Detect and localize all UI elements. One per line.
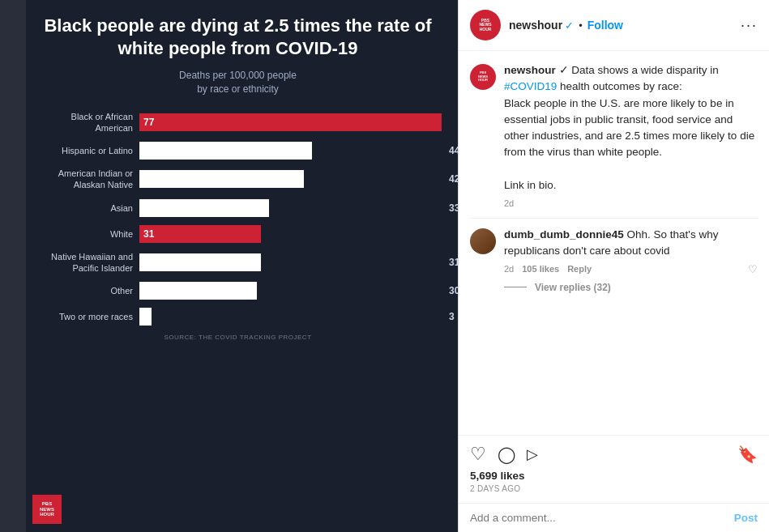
commenter-avatar — [470, 228, 496, 254]
comment-actions: 2d 105 likes Reply ♡ — [504, 263, 758, 275]
divider — [470, 218, 758, 219]
actions-bar: ♡ ◯ ▷ 🔖 5,699 likes 2 DAYS AGO — [459, 435, 769, 503]
follow-button[interactable]: Follow — [587, 19, 623, 32]
bar-fill — [139, 199, 269, 217]
header-username: newshour — [509, 19, 562, 32]
caption-verified: ✓ — [559, 64, 572, 76]
header-separator: • — [579, 19, 583, 32]
bar-row: Black or African American77 — [34, 111, 442, 134]
comment-input[interactable] — [470, 512, 734, 524]
like-icon[interactable]: ♡ — [470, 444, 486, 465]
comment-input-row: Post — [459, 503, 769, 532]
bar-row: White31 — [34, 225, 442, 243]
bar-row: American Indian or Alaskan Native42 — [34, 168, 442, 191]
bar-track: 31 — [139, 225, 442, 243]
reply-button[interactable]: Reply — [567, 264, 592, 274]
bar-fill: 77 — [139, 113, 442, 131]
bar-label: Asian — [34, 202, 139, 214]
bar-value: 44 — [449, 145, 458, 156]
bar-fill — [139, 282, 257, 300]
chart-panel: Black people are dying at 2.5 times the … — [0, 0, 458, 532]
bar-label: Hispanic or Latino — [34, 145, 139, 156]
share-icon[interactable]: ▷ — [527, 445, 538, 463]
bar-track: 30 — [139, 282, 442, 300]
comment-time: 2d — [504, 264, 514, 274]
bar-value: 31 — [449, 257, 458, 268]
comment-like-icon[interactable]: ♡ — [748, 263, 758, 275]
pbs-logo-bottom: PBSNEWSHOUR — [32, 495, 62, 524]
bar-fill: 31 — [139, 225, 261, 243]
comment-section: dumb_dumb_donnie45 Ohh. So that's why re… — [470, 227, 758, 275]
bar-track: 77 — [139, 113, 442, 131]
bar-label: Black or African American — [34, 111, 139, 134]
bar-track: 31 — [139, 253, 442, 271]
bar-fill — [139, 253, 261, 271]
bar-value: 3 — [449, 311, 455, 322]
bar-fill — [139, 170, 304, 188]
post-caption-text: newshour ✓ Data shows a wide disparity i… — [504, 62, 758, 194]
header-verified-icon: ✓ — [565, 19, 574, 32]
bar-fill — [139, 308, 152, 326]
post-date: 2 DAYS AGO — [470, 484, 758, 493]
bar-value: 42 — [449, 173, 458, 185]
more-options-button[interactable]: ··· — [741, 17, 758, 34]
post-body: PBSNEWSHOUR newshour ✓ Data shows a wide… — [459, 51, 769, 435]
post-header: PBSNEWSHOUR newshour ✓ • Follow ··· — [459, 0, 769, 51]
bar-row: Two or more races3 — [34, 308, 442, 326]
view-replies-row: View replies (32) — [504, 282, 758, 293]
bg-sidebar — [0, 0, 26, 532]
bar-label: Other — [34, 285, 139, 296]
bookmark-icon[interactable]: 🔖 — [737, 445, 758, 464]
header-avatar: PBSNEWSHOUR — [470, 10, 501, 40]
bar-row: Other30 — [34, 282, 442, 300]
post-caption-content: newshour ✓ Data shows a wide disparity i… — [504, 62, 758, 208]
post-comment-button[interactable]: Post — [734, 512, 758, 524]
commenter-username: dumb_dumb_donnie45 — [504, 228, 624, 240]
post-timestamp: 2d — [504, 198, 758, 208]
chart-subtitle: Deaths per 100,000 people by race or eth… — [34, 69, 442, 96]
bar-value: 31 — [143, 228, 154, 240]
view-replies-button[interactable]: View replies (32) — [535, 282, 611, 293]
bar-label: White — [34, 228, 139, 240]
bar-label: Native Hawaiian and Pacific Islander — [34, 251, 139, 275]
bar-row: Hispanic or Latino44 — [34, 142, 442, 160]
bar-row: Asian33 — [34, 199, 442, 217]
chart-container: Black people are dying at 2.5 times the … — [26, 0, 458, 532]
chart-title: Black people are dying at 2.5 times the … — [34, 15, 442, 59]
likes-count: 5,699 likes — [470, 470, 758, 482]
post-author-avatar: PBSNEWSHOUR — [470, 64, 496, 90]
instagram-post-panel: PBSNEWSHOUR newshour ✓ • Follow ··· PBSN… — [458, 0, 769, 532]
bar-track: 3 — [139, 308, 442, 326]
view-replies-line — [504, 287, 527, 287]
caption-body: Data shows a wide disparity in #COVID19 … — [504, 64, 754, 191]
caption-username: newshour — [504, 64, 556, 76]
chart-source: SOURCE: THE COVID TRACKING PROJECT — [34, 334, 442, 341]
bar-chart: Black or African American77Hispanic or L… — [34, 111, 442, 326]
comment-likes: 105 likes — [522, 264, 559, 274]
bar-track: 44 — [139, 142, 442, 160]
comment-icon[interactable]: ◯ — [498, 445, 515, 464]
bar-value: 77 — [143, 117, 154, 128]
bar-fill — [139, 142, 312, 160]
bar-row: Native Hawaiian and Pacific Islander31 — [34, 251, 442, 275]
post-caption-section: PBSNEWSHOUR newshour ✓ Data shows a wide… — [470, 62, 758, 208]
bar-label: American Indian or Alaskan Native — [34, 168, 139, 191]
bar-track: 33 — [139, 199, 442, 217]
bar-label: Two or more races — [34, 311, 139, 322]
hashtag-covid19: #COVID19 — [504, 80, 557, 92]
bar-value: 33 — [449, 202, 458, 214]
comment-text: dumb_dumb_donnie45 Ohh. So that's why re… — [504, 227, 758, 260]
bar-track: 42 — [139, 170, 442, 188]
comment-content: dumb_dumb_donnie45 Ohh. So that's why re… — [504, 227, 758, 275]
bar-value: 30 — [449, 285, 458, 296]
action-icons-row: ♡ ◯ ▷ 🔖 — [470, 444, 758, 465]
